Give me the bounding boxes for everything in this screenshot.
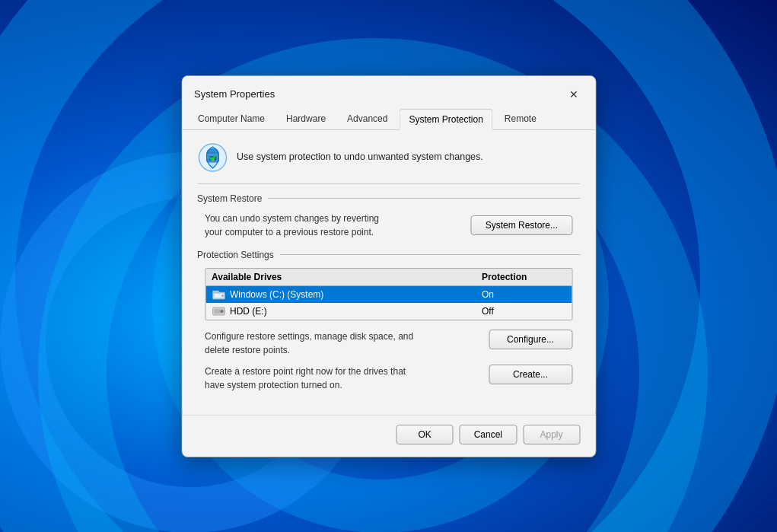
drives-table-header: Available Drives Protection bbox=[205, 269, 572, 286]
svg-rect-6 bbox=[212, 291, 218, 293]
dialog-footer: OK Cancel Apply bbox=[182, 415, 595, 457]
tab-advanced[interactable]: Advanced bbox=[337, 108, 397, 129]
drive-row-c[interactable]: Windows (C:) (System) On bbox=[205, 286, 572, 303]
dialog-content: Use system protection to undo unwanted s… bbox=[182, 130, 595, 415]
system-restore-button[interactable]: System Restore... bbox=[471, 215, 572, 235]
tab-remote[interactable]: Remote bbox=[495, 108, 546, 129]
system-restore-label: System Restore bbox=[197, 193, 580, 204]
drive-e-name: HDD (E:) bbox=[212, 306, 482, 317]
header-description: Use system protection to undo unwanted s… bbox=[237, 151, 483, 164]
drive-e-icon bbox=[212, 306, 225, 317]
svg-point-7 bbox=[221, 295, 224, 297]
cancel-button[interactable]: Cancel bbox=[460, 425, 517, 444]
title-bar: System Properties ✕ bbox=[182, 76, 595, 104]
create-description: Create a restore point right now for the… bbox=[205, 365, 406, 392]
header-section: Use system protection to undo unwanted s… bbox=[197, 142, 580, 184]
tabs-bar: Computer Name Hardware Advanced System P… bbox=[182, 104, 595, 130]
configure-description: Configure restore settings, manage disk … bbox=[205, 330, 413, 357]
ok-button[interactable]: OK bbox=[396, 425, 454, 444]
svg-rect-9 bbox=[214, 309, 220, 314]
col-header-drive: Available Drives bbox=[212, 272, 482, 282]
configure-button[interactable]: Configure... bbox=[489, 330, 572, 349]
close-button[interactable]: ✕ bbox=[565, 85, 583, 104]
tab-system-protection[interactable]: System Protection bbox=[399, 109, 492, 130]
system-protection-icon bbox=[197, 142, 228, 173]
create-button[interactable]: Create... bbox=[489, 365, 572, 384]
create-section: Create a restore point right now for the… bbox=[197, 365, 580, 392]
configure-section: Configure restore settings, manage disk … bbox=[197, 330, 580, 357]
system-restore-content: You can undo system changes by reverting… bbox=[197, 212, 580, 239]
drive-c-icon bbox=[212, 289, 225, 300]
system-restore-description: You can undo system changes by reverting… bbox=[205, 212, 379, 239]
tab-hardware[interactable]: Hardware bbox=[276, 108, 336, 129]
drive-e-protection: Off bbox=[482, 306, 565, 317]
dialog-title: System Properties bbox=[194, 88, 275, 100]
protection-settings-section: Protection Settings Available Drives Pro… bbox=[197, 250, 580, 392]
svg-point-11 bbox=[221, 311, 222, 312]
drives-table: Available Drives Protection bbox=[205, 268, 572, 320]
drive-c-name: Windows (C:) (System) bbox=[212, 289, 482, 300]
system-properties-dialog: System Properties ✕ Computer Name Hardwa… bbox=[181, 75, 596, 457]
apply-button[interactable]: Apply bbox=[523, 425, 580, 444]
tab-computer-name[interactable]: Computer Name bbox=[188, 108, 275, 129]
protection-settings-label: Protection Settings bbox=[197, 250, 580, 260]
drive-c-protection: On bbox=[482, 289, 565, 300]
drive-row-e[interactable]: HDD (E:) Off bbox=[205, 303, 572, 320]
system-restore-section: System Restore You can undo system chang… bbox=[197, 193, 580, 239]
col-header-protection: Protection bbox=[482, 272, 565, 282]
